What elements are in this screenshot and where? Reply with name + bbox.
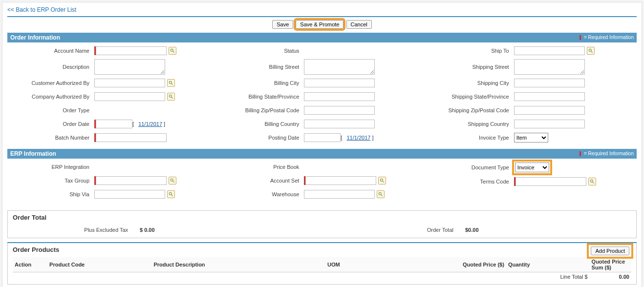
cust-auth-input[interactable]: [94, 79, 165, 87]
posting-date-link[interactable]: 11/1/2017: [346, 135, 370, 141]
batch-number-input[interactable]: [96, 133, 167, 142]
label-billing-city: Billing City: [221, 80, 304, 86]
label-shipping-zip: Shipping Zip/Postal Code: [431, 107, 514, 113]
label-ship-to: Ship To: [431, 48, 514, 54]
label-line-total: Line Total $: [13, 272, 590, 282]
back-link[interactable]: << Back to ERP Order List: [7, 2, 76, 16]
label-status: Status: [221, 48, 304, 54]
col-action: Action: [13, 257, 47, 272]
col-product-code: Product Code: [47, 257, 151, 272]
billing-state-input[interactable]: [304, 92, 375, 101]
lookup-icon[interactable]: [587, 47, 595, 55]
label-ship-via: Ship Via: [11, 191, 94, 197]
value-line-total: 0.00: [590, 272, 631, 282]
svg-point-8: [171, 179, 173, 181]
svg-line-1: [173, 51, 174, 53]
save-promote-button[interactable]: Save & Promote: [296, 20, 343, 29]
lookup-icon[interactable]: [377, 190, 385, 198]
billing-zip-input[interactable]: [304, 106, 375, 115]
action-bar-top: Save Save & Promote Cancel: [7, 20, 637, 29]
order-products-header: Order Products Add Product: [13, 246, 631, 253]
order-total-section: Order Total Plus Excluded Tax $ 0.00 Ord…: [7, 210, 637, 238]
order-date-link[interactable]: 11/1/2017: [138, 121, 162, 127]
lookup-icon[interactable]: [167, 190, 175, 198]
label-warehouse: Warehouse: [221, 191, 304, 197]
lookup-icon[interactable]: [167, 79, 175, 87]
invoice-type-select[interactable]: Item: [514, 133, 548, 143]
billing-country-input[interactable]: [304, 120, 375, 128]
svg-line-5: [172, 97, 173, 99]
account-set-input[interactable]: [305, 176, 376, 185]
cancel-button[interactable]: Cancel: [346, 20, 372, 29]
lookup-icon[interactable]: [169, 47, 176, 55]
svg-point-4: [169, 95, 172, 97]
col-quoted-price: Quoted Price ($): [381, 257, 506, 272]
shipping-zip-input[interactable]: [514, 106, 585, 115]
svg-point-12: [381, 179, 383, 181]
label-document-type: Document Type: [431, 164, 514, 170]
label-terms-code: Terms Code: [431, 179, 514, 184]
order-total-header: Order Total: [13, 214, 631, 221]
label-billing-zip: Billing Zip/Postal Code: [221, 107, 304, 113]
add-product-button[interactable]: Add Product: [591, 246, 629, 255]
erp-info-grid: ERP Integration Tax Group Ship Via: [7, 159, 637, 205]
label-shipping-street: Shipping Street: [431, 64, 514, 70]
svg-line-9: [173, 181, 174, 183]
label-price-book: Price Book: [221, 164, 304, 170]
lookup-icon[interactable]: [169, 177, 176, 184]
shipping-city-input[interactable]: [514, 79, 585, 87]
label-shipping-country: Shipping Country: [431, 121, 514, 127]
ship-via-input[interactable]: [94, 190, 165, 199]
svg-point-14: [379, 192, 382, 195]
required-note: = Required Information: [580, 150, 634, 158]
tax-group-input[interactable]: [96, 176, 167, 185]
svg-point-10: [169, 192, 172, 195]
svg-point-16: [590, 180, 593, 182]
order-date-input[interactable]: [96, 120, 132, 128]
label-order-total: Order Total: [407, 227, 465, 233]
label-invoice-type: Invoice Type: [431, 135, 514, 141]
label-batch-number: Batch Number: [11, 135, 94, 141]
label-plus-excluded-tax: Plus Excluded Tax: [13, 227, 140, 233]
label-description: Description: [11, 64, 94, 70]
warehouse-input[interactable]: [304, 190, 375, 199]
shipping-street-input[interactable]: [514, 59, 585, 75]
label-account-name: Account Name: [11, 48, 94, 54]
value-plus-excluded-tax: $ 0.00: [140, 227, 155, 233]
label-shipping-city: Shipping City: [431, 80, 514, 86]
products-table: Action Product Code Product Description …: [13, 257, 631, 281]
label-comp-auth: Company Authorized By: [11, 94, 94, 100]
section-title: Order Information: [10, 34, 60, 41]
billing-city-input[interactable]: [304, 79, 375, 87]
label-tax-group: Tax Group: [11, 178, 94, 184]
document-type-select[interactable]: Invoice: [515, 163, 549, 172]
label-account-set: Account Set: [221, 178, 304, 184]
col-quoted-price-sum: Quoted Price Sum ($): [590, 257, 631, 272]
label-order-date: Order Date: [11, 121, 94, 127]
label-shipping-state: Shipping State/Province: [431, 94, 514, 100]
lookup-icon[interactable]: [588, 178, 596, 185]
terms-code-input[interactable]: [515, 177, 586, 186]
svg-line-17: [592, 182, 594, 184]
svg-point-2: [169, 81, 172, 83]
label-billing-street: Billing Street: [221, 64, 304, 70]
label-billing-country: Billing Country: [221, 121, 304, 127]
lookup-icon[interactable]: [378, 177, 386, 184]
erp-information-header: ERP Information = Required Information: [7, 149, 637, 159]
comp-auth-input[interactable]: [94, 92, 165, 101]
shipping-state-input[interactable]: [514, 92, 585, 101]
shipping-country-input[interactable]: [514, 120, 585, 128]
save-button[interactable]: Save: [272, 20, 293, 29]
account-name-input[interactable]: [96, 46, 167, 55]
posting-date-input[interactable]: [304, 133, 341, 142]
order-products-section: Order Products Add Product Action Produc…: [7, 243, 637, 285]
lookup-icon[interactable]: [167, 93, 175, 101]
line-total-row: Line Total $ 0.00: [13, 272, 631, 282]
svg-line-3: [172, 83, 173, 85]
ship-to-input[interactable]: [514, 46, 585, 55]
description-input[interactable]: [94, 59, 165, 75]
label-cust-auth: Customer Authorized By: [11, 80, 94, 86]
svg-line-7: [591, 51, 592, 53]
billing-street-input[interactable]: [304, 59, 375, 75]
label-posting-date: Posting Date: [221, 135, 304, 141]
